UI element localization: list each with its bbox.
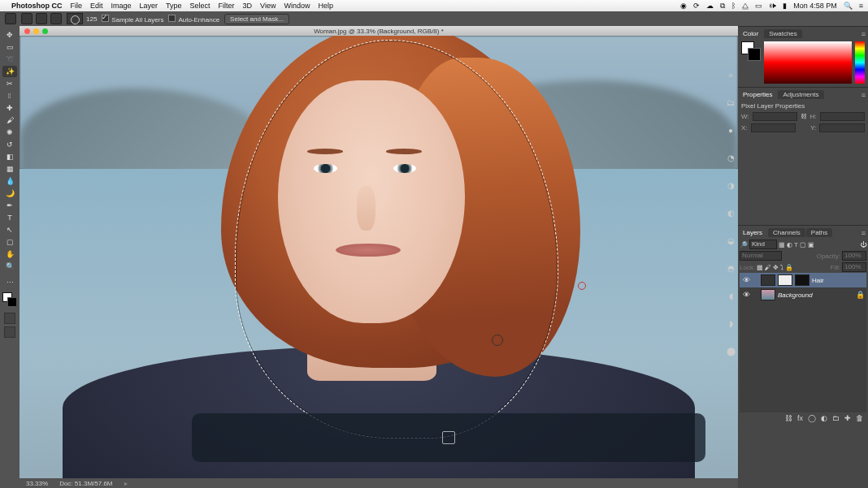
status-doc-size[interactable]: Doc: 51.3M/57.6M bbox=[59, 480, 112, 487]
tool-zoom[interactable]: 🔍 bbox=[2, 261, 17, 272]
layers-panel-menu-icon[interactable]: ≡ bbox=[861, 229, 866, 237]
layer-mask-thumb[interactable] bbox=[778, 274, 792, 286]
brush-preset-icon[interactable]: ◔ bbox=[722, 149, 740, 166]
spotlight-icon[interactable]: 🔍 bbox=[844, 2, 853, 10]
tool-type[interactable]: T bbox=[2, 212, 17, 223]
menu-type[interactable]: Type bbox=[166, 2, 182, 10]
brush-preset8-icon[interactable]: ⬤ bbox=[722, 342, 740, 360]
brush-preset4-icon[interactable]: ◒ bbox=[722, 231, 740, 249]
new-fill-adjust-icon[interactable]: ◐ bbox=[821, 414, 827, 422]
lock-nest-icon[interactable]: ⤵ bbox=[780, 264, 783, 271]
menu-layer[interactable]: Layer bbox=[140, 2, 158, 10]
add-mask-icon[interactable]: ◯ bbox=[808, 414, 816, 422]
brush-preset5-icon[interactable]: ◓ bbox=[722, 259, 740, 277]
collapse-handle-icon[interactable]: » bbox=[722, 66, 740, 84]
layer-mask2-thumb[interactable] bbox=[795, 274, 809, 286]
tool-hand[interactable]: ✋ bbox=[2, 248, 17, 260]
color-background-swatch[interactable] bbox=[748, 48, 761, 61]
document-titlebar[interactable]: Woman.jpg @ 33.3% (Background, RGB/8) * bbox=[20, 26, 738, 36]
brush-preset3-icon[interactable]: ◐ bbox=[722, 204, 740, 222]
new-group-icon[interactable]: 🗀 bbox=[832, 414, 840, 422]
tool-marquee[interactable]: ▭ bbox=[2, 41, 17, 53]
quick-select-add-icon[interactable] bbox=[36, 13, 47, 24]
tool-path-select[interactable]: ↖ bbox=[2, 224, 17, 235]
status-zoom[interactable]: 33.33% bbox=[26, 480, 48, 487]
status-bluetooth-icon[interactable]: ᛒ bbox=[731, 2, 736, 10]
tab-channels[interactable]: Channels bbox=[768, 228, 805, 237]
filter-toggle-icon[interactable]: ⏻ bbox=[860, 241, 866, 248]
window-close-icon[interactable] bbox=[24, 28, 30, 34]
fg-bg-swatch[interactable] bbox=[2, 292, 17, 307]
brush-preset6-icon[interactable]: ◖ bbox=[722, 287, 740, 304]
properties-panel-menu-icon[interactable]: ≡ bbox=[861, 91, 866, 99]
lock-pixels-icon[interactable]: 🖌 bbox=[765, 264, 771, 271]
quick-select-new-icon[interactable] bbox=[21, 13, 33, 24]
canvas[interactable] bbox=[20, 36, 738, 478]
layer-name-background[interactable]: Background bbox=[778, 292, 853, 299]
layer-row-background[interactable]: 👁 Background 🔒 bbox=[740, 287, 866, 302]
filter-adjust-icon[interactable]: ◐ bbox=[787, 241, 792, 248]
brush-panel-icon[interactable]: ● bbox=[722, 121, 740, 139]
menu-image[interactable]: Image bbox=[111, 2, 132, 10]
new-layer-icon[interactable]: ✚ bbox=[844, 414, 851, 422]
layer-thumb[interactable] bbox=[761, 274, 775, 286]
visibility-toggle-icon[interactable]: 👁 bbox=[741, 291, 751, 299]
quick-select-subtract-icon[interactable] bbox=[50, 13, 62, 24]
tool-gradient[interactable]: ▦ bbox=[2, 163, 17, 175]
tool-preset-icon[interactable] bbox=[5, 13, 16, 24]
brush-preset2-icon[interactable]: ◑ bbox=[722, 176, 740, 194]
background-color-swatch[interactable] bbox=[7, 297, 17, 307]
status-wifi-icon[interactable]: ⧋ bbox=[742, 2, 749, 11]
color-spectrum[interactable] bbox=[764, 41, 852, 84]
sample-all-layers-checkbox[interactable]: Sample All Layers bbox=[102, 15, 163, 24]
status-cc-icon[interactable]: ⟳ bbox=[693, 2, 700, 10]
status-caret-icon[interactable]: ▸ bbox=[124, 480, 128, 487]
lock-transparent-icon[interactable]: ▩ bbox=[757, 264, 763, 271]
filter-smart-icon[interactable]: ▣ bbox=[808, 241, 814, 248]
tool-brush[interactable]: 🖌 bbox=[2, 114, 17, 126]
status-battery-icon[interactable]: ▮ bbox=[783, 2, 787, 10]
tool-dodge[interactable]: 🌙 bbox=[2, 188, 17, 199]
auto-enhance-checkbox[interactable]: Auto-Enhance bbox=[168, 15, 219, 24]
menu-select[interactable]: Select bbox=[190, 2, 210, 10]
tool-blur[interactable]: 💧 bbox=[2, 175, 17, 187]
menubar-clock[interactable]: Mon 4:58 PM bbox=[793, 2, 837, 10]
quickmask-toggle[interactable] bbox=[4, 313, 15, 324]
prop-x-field[interactable] bbox=[751, 123, 796, 132]
link-layers-icon[interactable]: ⛓ bbox=[785, 414, 792, 422]
prop-w-field[interactable] bbox=[753, 112, 797, 121]
brush-size-value[interactable]: 125 bbox=[86, 15, 97, 23]
app-name[interactable]: Photoshop CC bbox=[11, 2, 63, 10]
menubar-hamburger-icon[interactable]: ≡ bbox=[859, 2, 863, 10]
visibility-toggle-icon[interactable]: 👁 bbox=[741, 276, 751, 284]
lock-all-icon[interactable]: 🔒 bbox=[785, 264, 793, 271]
color-fg-bg-swatch[interactable] bbox=[741, 41, 761, 61]
tool-lasso[interactable]: ➰ bbox=[2, 54, 17, 65]
fill-value[interactable]: 100% bbox=[842, 262, 866, 272]
tab-swatches[interactable]: Swatches bbox=[764, 29, 802, 38]
tab-color[interactable]: Color bbox=[738, 29, 763, 38]
layer-thumb[interactable] bbox=[761, 289, 775, 300]
status-dropbox-icon[interactable]: ⧉ bbox=[720, 2, 725, 11]
filter-kind-icon[interactable]: 🔎 bbox=[740, 241, 748, 248]
tab-adjustments[interactable]: Adjustments bbox=[778, 90, 823, 99]
menu-edit[interactable]: Edit bbox=[90, 2, 103, 10]
tool-eraser[interactable]: ◧ bbox=[2, 151, 17, 162]
blend-mode-select[interactable]: Normal bbox=[740, 251, 782, 261]
screenmode-toggle[interactable] bbox=[4, 326, 15, 338]
link-wh-icon[interactable]: ⛓ bbox=[801, 113, 807, 120]
status-cloud-icon[interactable]: ☁ bbox=[706, 2, 714, 10]
layer-fx-icon[interactable]: fx bbox=[797, 414, 803, 422]
filter-shape-icon[interactable]: ▢ bbox=[800, 241, 806, 248]
tab-layers[interactable]: Layers bbox=[738, 228, 767, 237]
menu-window[interactable]: Window bbox=[284, 2, 310, 10]
lock-icon[interactable]: 🔒 bbox=[856, 291, 865, 299]
tool-move[interactable]: ✥ bbox=[2, 29, 17, 41]
status-camera-icon[interactable]: ◉ bbox=[680, 2, 687, 10]
tool-history-brush[interactable]: ↺ bbox=[2, 139, 17, 150]
menu-filter[interactable]: Filter bbox=[219, 2, 235, 10]
tool-rectangle[interactable]: ▢ bbox=[2, 236, 17, 248]
tool-quick-select[interactable]: ✨ bbox=[2, 66, 17, 77]
brush-preview-icon[interactable] bbox=[67, 13, 83, 24]
layer-name-hair[interactable]: Hair bbox=[812, 277, 865, 284]
